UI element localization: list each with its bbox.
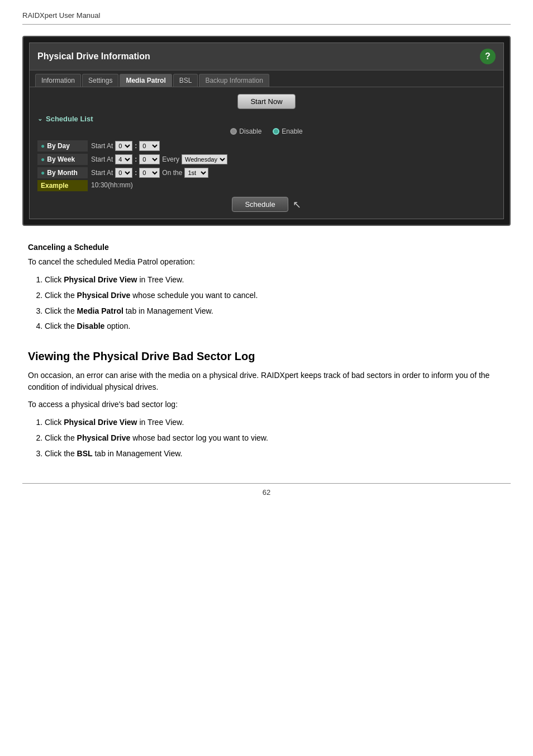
content-area: Canceling a Schedule To cancel the sched… bbox=[22, 243, 511, 461]
by-week-hour-select[interactable]: 401 bbox=[115, 154, 132, 164]
by-day-hour-select[interactable]: 012 bbox=[115, 141, 132, 151]
disable-label: Disable bbox=[239, 127, 261, 135]
bold-physical-drive-view-1: Physical Drive View bbox=[64, 275, 137, 284]
by-month-hour-select[interactable]: 01 bbox=[115, 168, 132, 178]
by-month-day-select[interactable]: 1st2nd3rd bbox=[184, 168, 208, 178]
dialog-title: Physical Drive Information bbox=[37, 51, 150, 62]
by-week-label: ● By Week bbox=[37, 154, 88, 165]
by-day-row: ● By Day Start At 012 : 0153045 bbox=[37, 140, 496, 152]
start-now-button[interactable]: Start Now bbox=[237, 94, 295, 109]
canceling-schedule-heading: Canceling a Schedule bbox=[28, 243, 505, 252]
tab-settings[interactable]: Settings bbox=[82, 74, 118, 87]
by-month-dot: ● bbox=[41, 169, 45, 177]
viewing-step-1: Click Physical Drive View in Tree View. bbox=[45, 416, 505, 429]
dialog-box: Physical Drive Information ? Information… bbox=[29, 42, 504, 219]
manual-title: RAIDXpert User Manual bbox=[22, 11, 100, 20]
start-now-area: Start Now bbox=[37, 94, 496, 109]
by-day-controls: Start At 012 : 0153045 bbox=[88, 140, 496, 152]
cursor-pointer-icon: ↖ bbox=[293, 199, 301, 210]
bold-disable: Disable bbox=[77, 322, 105, 330]
enable-radio[interactable] bbox=[273, 128, 279, 135]
disable-radio[interactable] bbox=[230, 128, 237, 135]
bold-physical-drive-2: Physical Drive bbox=[77, 433, 131, 442]
page-number: 62 bbox=[263, 488, 270, 497]
canceling-step-2: Click the Physical Drive whose schedule … bbox=[45, 289, 505, 303]
by-day-label: ● By Day bbox=[37, 140, 88, 152]
by-day-minute-select[interactable]: 0153045 bbox=[139, 141, 160, 151]
by-month-controls: Start At 01 : 0153045 On the 1st2nd3rd bbox=[88, 167, 496, 179]
schedule-btn-area: Schedule ↖ bbox=[37, 197, 496, 212]
schedule-list-header: ⌄ Schedule List bbox=[37, 115, 496, 123]
dialog-title-bar: Physical Drive Information ? bbox=[30, 43, 503, 70]
viewing-steps-list: Click Physical Drive View in Tree View. … bbox=[28, 416, 505, 460]
example-row: Example 10:30(hh:mm) bbox=[37, 180, 496, 191]
viewing-step-3: Click the BSL tab in Management View. bbox=[45, 447, 505, 461]
tab-bsl[interactable]: BSL bbox=[173, 74, 198, 87]
canceling-step-4: Click the Disable option. bbox=[45, 320, 505, 333]
by-day-dot: ● bbox=[41, 142, 45, 150]
disable-enable-row: Disable Enable bbox=[37, 127, 496, 135]
tab-backup-information[interactable]: Backup Information bbox=[199, 74, 269, 87]
bold-media-patrol-1: Media Patrol bbox=[77, 306, 123, 315]
by-week-dot: ● bbox=[41, 155, 45, 163]
schedule-list-label: Schedule List bbox=[46, 115, 93, 123]
canceling-steps-list: Click Physical Drive View in Tree View. … bbox=[28, 273, 505, 333]
by-month-row: ● By Month Start At 01 : 0153045 On the … bbox=[37, 167, 496, 179]
viewing-para-2: To access a physical drive's bad sector … bbox=[28, 399, 505, 410]
tabs-bar: Information Settings Media Patrol BSL Ba… bbox=[30, 70, 503, 87]
bold-physical-drive-view-2: Physical Drive View bbox=[64, 418, 137, 427]
viewing-step-2: Click the Physical Drive whose bad secto… bbox=[45, 432, 505, 445]
canceling-step-3: Click the Media Patrol tab in Management… bbox=[45, 305, 505, 318]
by-week-row: ● By Week Start At 401 : 0153045 Every W… bbox=[37, 153, 496, 166]
example-label: Example bbox=[37, 180, 88, 191]
enable-label: Enable bbox=[282, 127, 302, 135]
dialog-body: Start Now ⌄ Schedule List Disable Enable bbox=[30, 87, 503, 219]
enable-option[interactable]: Enable bbox=[273, 127, 302, 135]
viewing-section-heading: Viewing the Physical Drive Bad Sector Lo… bbox=[28, 350, 505, 363]
tab-media-patrol[interactable]: Media Patrol bbox=[120, 74, 172, 87]
viewing-para-1: On occasion, an error can arise with the… bbox=[28, 370, 505, 393]
disable-option[interactable]: Disable bbox=[230, 127, 261, 135]
canceling-step-1: Click Physical Drive View in Tree View. bbox=[45, 273, 505, 287]
by-week-minute-select[interactable]: 0153045 bbox=[139, 154, 160, 164]
bold-bsl: BSL bbox=[77, 449, 93, 458]
screenshot-container: Physical Drive Information ? Information… bbox=[22, 36, 511, 226]
by-month-label: ● By Month bbox=[37, 167, 88, 178]
page-footer: 62 bbox=[22, 483, 511, 497]
help-button[interactable]: ? bbox=[480, 49, 496, 64]
chevron-down-icon: ⌄ bbox=[37, 115, 42, 122]
by-week-controls: Start At 401 : 0153045 Every Wednesday M… bbox=[88, 153, 496, 166]
schedule-button[interactable]: Schedule bbox=[232, 197, 288, 212]
example-value: 10:30(hh:mm) bbox=[88, 180, 496, 191]
page-header: RAIDXpert User Manual bbox=[22, 11, 511, 25]
by-month-minute-select[interactable]: 0153045 bbox=[139, 168, 160, 178]
canceling-intro: To cancel the scheduled Media Patrol ope… bbox=[28, 256, 505, 268]
tab-information[interactable]: Information bbox=[35, 74, 81, 87]
bold-physical-drive-1: Physical Drive bbox=[77, 291, 131, 300]
by-week-day-select[interactable]: Wednesday MondayTuesday ThursdayFriday S… bbox=[182, 154, 227, 164]
